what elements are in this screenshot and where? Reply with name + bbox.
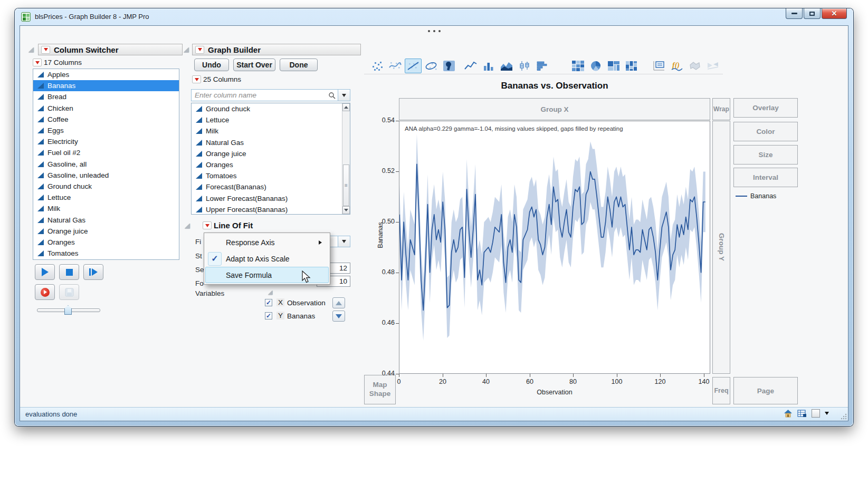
x-axis-title[interactable]: Observation (399, 389, 710, 396)
red-triangle-menu-icon[interactable] (203, 221, 212, 229)
y-axis-tick-label[interactable]: 0.44 (375, 370, 395, 377)
minimize-button[interactable] (786, 8, 803, 19)
y-axis-title[interactable]: Bananas (377, 217, 384, 254)
list-item[interactable]: Orange juice (33, 226, 179, 237)
y-axis-tick-label[interactable]: 0.54 (375, 117, 395, 124)
list-item[interactable]: Ground chuck (33, 181, 179, 192)
list-item[interactable]: Orange juice (192, 148, 350, 159)
collapse-triangle-variables[interactable]: ◢ (268, 289, 272, 295)
title-bar[interactable]: blsPrices - Graph Builder 8 - JMP Pro ✕ (15, 8, 853, 25)
slider-thumb[interactable] (64, 305, 72, 315)
column-filter-dropdown-button[interactable] (338, 90, 350, 101)
list-item[interactable]: Natural Gas (192, 137, 350, 148)
dock-handle[interactable] (428, 30, 441, 32)
collapse-triangle-graph-builder[interactable]: ◢ (184, 46, 189, 53)
done-button[interactable]: Done (280, 59, 318, 71)
x-axis-tick-label[interactable]: 120 (655, 378, 666, 385)
smoother-icon[interactable] (387, 59, 404, 73)
ellipse-icon[interactable] (423, 59, 440, 73)
drop-zone-interval[interactable]: Interval (733, 168, 798, 187)
contour-icon[interactable] (441, 59, 457, 73)
list-item[interactable]: Lower Forecast(Bananas) (192, 193, 350, 204)
red-triangle-menu-icon[interactable] (41, 46, 50, 54)
status-checkbox[interactable] (812, 409, 820, 418)
heatmap-icon[interactable] (569, 59, 586, 73)
list-item[interactable]: Natural Gas (33, 214, 179, 225)
variable-checkbox[interactable]: ✓ (265, 299, 272, 306)
list-item[interactable]: Bread (33, 91, 179, 102)
list-item[interactable]: Tomatoes (192, 170, 350, 181)
caption-box-icon[interactable] (651, 59, 667, 73)
legend-label[interactable]: Bananas (750, 192, 776, 200)
drop-zone-overlay[interactable]: Overlay (733, 98, 798, 118)
x-axis-tick-label[interactable]: 0 (397, 378, 401, 385)
collapse-triangle-line-of-fit[interactable]: ◢ (185, 222, 190, 229)
x-axis-tick-label[interactable]: 60 (526, 378, 533, 385)
x-axis-tick-label[interactable]: 20 (439, 378, 446, 385)
save-script-button[interactable] (59, 284, 79, 300)
scrollbar-thumb[interactable]: ≡ (343, 164, 349, 207)
y-axis-tick-label[interactable]: 0.46 (375, 319, 395, 326)
red-triangle-menu-icon[interactable] (33, 59, 42, 66)
box-plot-icon[interactable] (516, 59, 533, 73)
drop-zone-group-y[interactable]: Group Y (712, 121, 730, 374)
dropdown-button[interactable] (338, 236, 350, 247)
x-axis-tick-label[interactable]: 80 (569, 378, 577, 385)
drop-zone-freq[interactable]: Freq (712, 377, 730, 404)
move-up-button[interactable] (332, 297, 345, 308)
maximize-button[interactable] (804, 8, 821, 19)
close-button[interactable]: ✕ (822, 8, 847, 19)
list-item[interactable]: Oranges (33, 237, 179, 248)
bar-icon[interactable] (480, 59, 497, 73)
mosaic-icon[interactable] (623, 59, 640, 73)
list-item[interactable]: Lettuce (33, 192, 179, 203)
plot-area[interactable]: ANA alpha=0.229 gamma=-1.04, missing val… (399, 121, 710, 374)
list-item[interactable]: Electricity (33, 136, 179, 147)
list-item[interactable]: Lettuce (192, 114, 350, 125)
resize-grip[interactable] (840, 413, 847, 420)
x-axis-tick-label[interactable]: 140 (699, 378, 710, 385)
scroll-up-icon[interactable] (342, 103, 350, 111)
x-axis-tick-label[interactable]: 40 (482, 378, 490, 385)
list-item[interactable]: Gasoline, all (33, 159, 179, 170)
status-dropdown-arrow[interactable] (825, 412, 829, 415)
map-shapes-icon[interactable] (686, 59, 703, 73)
parallel-plot-icon[interactable] (704, 59, 721, 73)
speed-slider[interactable] (37, 305, 100, 314)
drop-zone-wrap[interactable]: Wrap (712, 98, 730, 120)
y-axis-tick-label[interactable]: 0.52 (375, 167, 395, 175)
scatter-icon[interactable] (369, 59, 386, 73)
drop-zone-color[interactable]: Color (733, 122, 798, 141)
menu-item[interactable]: Save Formula (205, 267, 329, 283)
record-button[interactable] (35, 284, 55, 300)
list-item[interactable]: Fuel oil #2 (33, 147, 179, 158)
menu-item[interactable]: ✓Adapt to Axis Scale (205, 250, 329, 267)
list-item[interactable]: Oranges (192, 159, 350, 170)
drop-zone-size[interactable]: Size (733, 145, 798, 164)
drop-zone-group-x[interactable]: Group X (399, 98, 710, 120)
step-button[interactable] (83, 264, 103, 280)
x-axis-tick-label[interactable]: 100 (612, 378, 623, 385)
list-item[interactable]: Tomatoes (33, 248, 179, 259)
red-triangle-menu-icon[interactable] (192, 75, 201, 83)
area-icon[interactable] (498, 59, 515, 73)
line-of-fit-icon[interactable] (405, 59, 422, 73)
start-over-button[interactable]: Start Over (233, 59, 275, 71)
undo-button[interactable]: Undo (194, 59, 229, 71)
y-axis-tick-label[interactable]: 0.48 (375, 268, 395, 276)
drop-zone-map-shape[interactable]: Map Shape (364, 375, 396, 404)
red-triangle-menu-icon[interactable] (195, 46, 204, 54)
variable-checkbox[interactable]: ✓ (265, 312, 272, 320)
list-item[interactable]: Apples (33, 69, 179, 80)
menu-item[interactable]: Response Axis (205, 234, 329, 250)
list-item[interactable]: Eggs (33, 125, 179, 136)
list-item[interactable]: Gasoline, unleaded (33, 170, 179, 181)
list-item[interactable]: Milk (192, 125, 350, 137)
column-list-scrollbar[interactable]: ≡ (342, 103, 350, 214)
list-item[interactable]: Coffee (33, 114, 179, 125)
histogram-icon[interactable] (534, 59, 551, 73)
list-item[interactable]: Forecast(Bananas) (192, 181, 350, 192)
pie-icon[interactable] (587, 59, 604, 73)
play-button[interactable] (35, 264, 55, 280)
move-down-button[interactable] (332, 311, 345, 322)
